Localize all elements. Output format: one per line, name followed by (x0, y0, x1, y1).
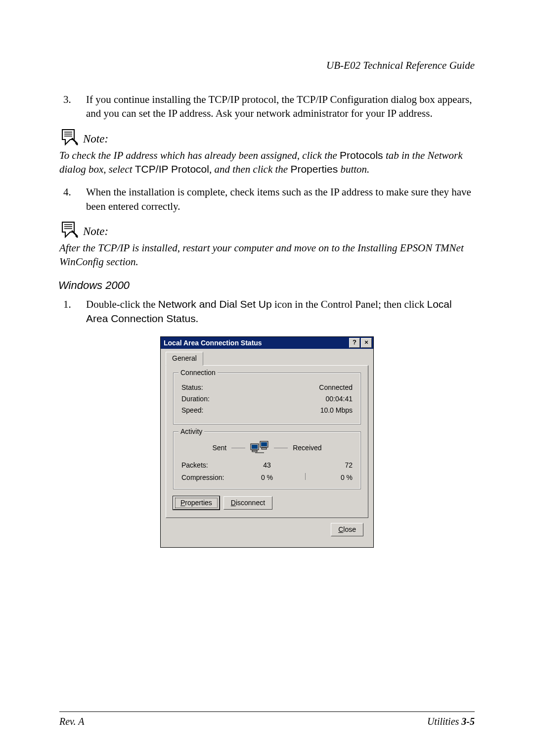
footer-left: Rev. A (59, 716, 84, 727)
tab-strip: General (166, 352, 368, 366)
duration-label: Duration: (181, 394, 210, 404)
activity-line-icon (231, 448, 245, 448)
speed-label: Speed: (181, 406, 203, 415)
note-segment: To check the IP address which has alread… (59, 149, 340, 161)
note-body: After the TCP/IP is installed, restart y… (59, 241, 475, 269)
groupbox-title: Activity (178, 427, 204, 436)
status-value: Connected (319, 383, 353, 392)
dialog-titlebar[interactable]: Local Area Connection Status ? × (161, 337, 373, 349)
help-button[interactable]: ? (349, 338, 360, 348)
main-content: 3. If you continue installing the TCP/IP… (59, 93, 475, 548)
svg-rect-1 (252, 445, 258, 449)
note-segment: , and then click the (209, 163, 290, 175)
speed-value: 10.0 Mbps (320, 406, 353, 415)
text-segment: . (196, 313, 198, 325)
ui-term: Network and Dial Set Up (158, 298, 272, 310)
list-marker: 4. (59, 185, 86, 213)
groupbox-title: Connection (178, 368, 218, 378)
list-text: When the installation is complete, check… (86, 185, 475, 213)
note-term: Properties (290, 163, 338, 175)
text-segment: Double-click the (86, 298, 158, 310)
sent-label: Sent (212, 443, 226, 453)
disconnect-button[interactable]: Disconnect (223, 496, 272, 510)
close-icon[interactable]: × (361, 338, 372, 348)
note-header: Note: (59, 128, 475, 147)
footer-rule (59, 711, 475, 712)
received-label: Received (293, 443, 321, 453)
section-heading-windows-2000: Windows 2000 (58, 278, 475, 293)
duration-value: 00:04:41 (326, 394, 353, 404)
packets-recv-value: 72 (296, 461, 353, 470)
groupbox-activity: Activity Sent (173, 431, 361, 490)
page: UB-E02 Technical Reference Guide 3. If y… (0, 0, 534, 756)
tab-general[interactable]: General (166, 352, 203, 366)
note-body: To check the IP address which has alread… (59, 148, 475, 177)
list-text: If you continue installing the TCP/IP pr… (86, 93, 475, 121)
list-marker: 1. (59, 297, 86, 326)
list-item: 4. When the installation is complete, ch… (59, 185, 475, 213)
note-term: Protocols (340, 149, 383, 161)
compression-sent-value: 0 % (261, 473, 273, 481)
dialog-screenshot: Local Area Connection Status ? × General… (59, 336, 475, 548)
svg-rect-4 (261, 442, 267, 446)
list-item: 3. If you continue installing the TCP/IP… (59, 93, 475, 121)
activity-line-icon (274, 448, 288, 448)
running-header: UB-E02 Technical Reference Guide (59, 59, 475, 72)
note-label: Note: (83, 131, 108, 147)
text-segment: icon in the Control Panel; then click (272, 298, 427, 310)
note-header: Note: (59, 220, 475, 240)
footer-section: Utilities (427, 716, 459, 727)
list-text: Double-click the Network and Dial Set Up… (86, 297, 475, 326)
note-term: TCP/IP Protocol (135, 163, 209, 175)
connection-status-dialog: Local Area Connection Status ? × General… (160, 336, 374, 548)
note-segment: button. (338, 163, 369, 175)
status-label: Status: (181, 383, 203, 392)
properties-button[interactable]: Properties (173, 496, 220, 510)
close-button[interactable]: Close (331, 523, 363, 536)
compression-recv-value: 0 % (296, 473, 353, 482)
list-item: 1. Double-click the Network and Dial Set… (59, 297, 475, 326)
note-icon (59, 128, 79, 147)
svg-rect-5 (262, 448, 267, 449)
note-label: Note: (83, 224, 108, 240)
svg-rect-2 (252, 450, 257, 452)
network-computers-icon (250, 441, 269, 456)
dialog-title: Local Area Connection Status (164, 338, 262, 348)
list-marker: 3. (59, 93, 86, 121)
footer-page-number: 3-5 (459, 716, 475, 727)
footer-right: Utilities 3-5 (427, 716, 475, 727)
packets-sent-value: 43 (238, 461, 295, 470)
groupbox-connection: Connection Status: Connected Duration: 0… (173, 373, 361, 425)
page-footer: Rev. A Utilities 3-5 (59, 711, 475, 727)
compression-label: Compression: (181, 473, 238, 482)
note-icon (59, 220, 79, 240)
tab-panel-general: Connection Status: Connected Duration: 0… (166, 365, 368, 518)
packets-label: Packets: (181, 461, 238, 470)
